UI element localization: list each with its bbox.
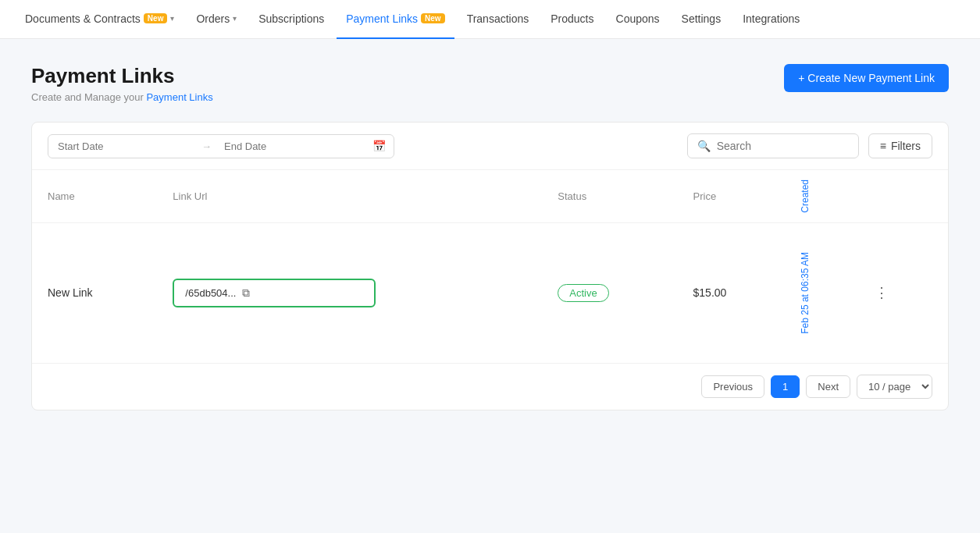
nav-item-transactions[interactable]: Transactions <box>458 0 539 39</box>
previous-button[interactable]: Previous <box>701 375 764 398</box>
col-header-name: Name <box>32 170 157 222</box>
row-created-date: Feb 25 at 06:35 AM <box>800 252 811 334</box>
row-price: $15.00 <box>693 286 727 299</box>
row-link-url-cell: /65db504... ⧉ <box>157 222 542 363</box>
link-url-box[interactable]: /65db504... ⧉ <box>173 279 376 307</box>
copy-icon[interactable]: ⧉ <box>242 286 250 300</box>
nav-item-integrations[interactable]: Integrations <box>733 0 809 39</box>
nav-label-settings: Settings <box>682 12 722 25</box>
row-name: New Link <box>32 222 157 363</box>
col-header-actions <box>853 170 948 222</box>
page-subtitle: Create and Manage your Payment Links <box>31 91 213 103</box>
row-price-cell: $15.00 <box>678 222 784 363</box>
page-title: Payment Links <box>31 64 213 88</box>
next-button[interactable]: Next <box>806 375 850 398</box>
col-header-link-url: Link Url <box>157 170 542 222</box>
created-column-header: Created <box>800 179 811 213</box>
payment-links-table-card: → 📅 🔍 ≡ Filters Name Link Url Status <box>31 122 949 410</box>
arrow-icon: → <box>198 140 215 152</box>
search-input[interactable] <box>717 140 842 152</box>
row-status-cell: Active <box>542 222 677 363</box>
nav-label-subscriptions: Subscriptions <box>258 12 324 25</box>
row-created-cell: Feb 25 at 06:35 AM <box>784 222 853 363</box>
page-header: Payment Links Create and Manage your Pay… <box>31 64 949 103</box>
col-header-created: Created <box>784 170 853 222</box>
nav-badge-payment-links: New <box>421 13 445 23</box>
col-header-status: Status <box>542 170 677 222</box>
payment-links-table: Name Link Url Status Price Created New L… <box>32 170 948 363</box>
table-header-row: Name Link Url Status Price Created <box>32 170 948 222</box>
nav-item-coupons[interactable]: Coupons <box>607 0 669 39</box>
search-box: 🔍 <box>687 133 859 158</box>
top-nav: Documents & Contracts New ▾ Orders ▾ Sub… <box>0 0 980 39</box>
status-badge: Active <box>558 284 608 302</box>
nav-label-transactions: Transactions <box>467 12 529 25</box>
start-date-input[interactable] <box>48 135 198 158</box>
nav-label-integrations: Integrations <box>743 12 800 25</box>
calendar-icon: 📅 <box>365 140 394 152</box>
page-subtitle-link[interactable]: Payment Links <box>146 91 212 103</box>
chevron-down-icon: ▾ <box>233 14 237 23</box>
nav-item-subscriptions[interactable]: Subscriptions <box>249 0 333 39</box>
page-title-section: Payment Links Create and Manage your Pay… <box>31 64 213 103</box>
create-payment-link-button[interactable]: + Create New Payment Link <box>784 64 949 92</box>
pagination-bar: Previous 1 Next 10 / page 20 / page 50 /… <box>32 363 948 410</box>
link-url-cell: /65db504... ⧉ <box>173 279 526 307</box>
end-date-input[interactable] <box>215 135 365 158</box>
link-url-text: /65db504... <box>185 287 236 299</box>
page-number-1[interactable]: 1 <box>771 375 800 398</box>
nav-item-products[interactable]: Products <box>541 0 603 39</box>
nav-label-docs-contracts: Documents & Contracts <box>25 12 141 25</box>
table-toolbar: → 📅 🔍 ≡ Filters <box>32 123 948 170</box>
nav-item-orders[interactable]: Orders ▾ <box>187 0 246 39</box>
nav-badge-docs-contracts: New <box>144 13 168 23</box>
col-header-price: Price <box>678 170 784 222</box>
nav-item-docs-contracts[interactable]: Documents & Contracts New ▾ <box>16 0 184 39</box>
more-options-icon[interactable]: ⋮ <box>868 282 895 304</box>
table-row: New Link /65db504... ⧉ Active $15 <box>32 222 948 363</box>
chevron-down-icon: ▾ <box>170 14 174 23</box>
page-size-select[interactable]: 10 / page 20 / page 50 / page <box>857 375 932 399</box>
date-range-picker[interactable]: → 📅 <box>48 134 394 158</box>
page-content: Payment Links Create and Manage your Pay… <box>0 39 980 435</box>
filter-button[interactable]: ≡ Filters <box>868 133 932 158</box>
nav-label-products: Products <box>551 12 593 25</box>
filter-icon: ≡ <box>880 140 886 152</box>
nav-label-orders: Orders <box>196 12 230 25</box>
nav-item-settings[interactable]: Settings <box>672 0 731 39</box>
row-actions-cell: ⋮ <box>853 222 948 363</box>
filter-label: Filters <box>891 140 921 152</box>
nav-label-coupons: Coupons <box>616 12 660 25</box>
nav-item-payment-links[interactable]: Payment Links New <box>337 0 454 39</box>
search-icon: 🔍 <box>697 140 711 152</box>
nav-label-payment-links: Payment Links <box>346 12 418 25</box>
